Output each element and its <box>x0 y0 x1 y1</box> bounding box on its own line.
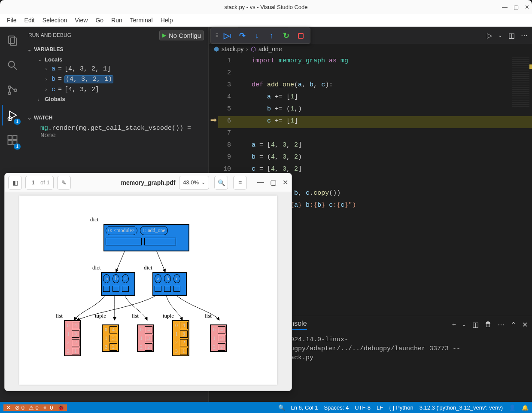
chevron-right-icon: › <box>38 97 42 102</box>
notifications-icon[interactable]: 🔔 <box>522 404 529 411</box>
svg-rect-12 <box>13 136 17 140</box>
pdf-menu-button[interactable]: ≡ <box>233 176 247 190</box>
step-over-button[interactable]: ↷ <box>237 31 247 41</box>
menu-view[interactable]: View <box>71 15 91 25</box>
graph-dict-node: a b c <box>101 272 135 296</box>
continue-button[interactable]: ▷| <box>222 31 233 41</box>
variables-locals[interactable]: ⌄ Locals <box>24 55 208 64</box>
extensions-icon[interactable]: 1 <box>2 130 22 150</box>
status-bar: ✕ ⊘ 0 ⚠ 0 ᯤ 0 🐞 🔍 Ln 6, Col 1 Spaces: 4 … <box>0 402 532 413</box>
drag-handle-icon[interactable]: ⠿ <box>215 33 218 39</box>
variable-a[interactable]: › a = [4, 3, 2, 1] <box>24 64 208 74</box>
graph-dict-node: a b c <box>152 272 187 296</box>
new-terminal-button[interactable]: + <box>452 321 456 328</box>
stop-button[interactable] <box>295 31 306 41</box>
pdf-page-area[interactable]: dict 0: <module> 1: add_one dict a b c <box>5 192 292 391</box>
window-title: stack.py - vs - Visual Studio Code <box>224 4 307 10</box>
minimize-button[interactable]: — <box>502 4 508 10</box>
split-editor-icon[interactable]: ◫ <box>508 31 515 40</box>
ports-count[interactable]: ᯤ 0 <box>43 404 53 411</box>
breadcrumb[interactable]: ⬢ stack.py › ⬡ add_one <box>209 44 532 54</box>
pdf-search-button[interactable]: 🔍 <box>214 176 228 190</box>
menu-go[interactable]: Go <box>92 15 107 25</box>
watch-heading[interactable]: ⌄ WATCH <box>24 112 208 123</box>
menu-selection[interactable]: Selection <box>39 15 71 25</box>
debug-config-dropdown[interactable]: No Configu <box>169 32 201 39</box>
close-window-button[interactable]: ✕ <box>525 4 529 10</box>
source-control-icon[interactable] <box>2 80 22 101</box>
run-debug-icon[interactable]: 1 <box>2 105 22 125</box>
maximize-button[interactable]: ▢ <box>270 178 277 187</box>
status-interpreter[interactable]: 3.12.3 ('python_3.12_venv': venv) <box>420 404 503 411</box>
watch-expression[interactable]: mg.render(mg.get_call_stack_vscode()) = … <box>24 123 208 141</box>
sidebar-title: RUN AND DEBUG <box>28 32 71 38</box>
extensions-badge: 1 <box>14 144 21 150</box>
chevron-up-icon[interactable]: ⌃ <box>511 321 516 329</box>
chevron-right-icon: › <box>45 67 49 72</box>
graph-tuple-node: 04132231 <box>172 320 189 356</box>
debug-status[interactable]: ✕ ⊘ 0 ⚠ 0 ᯤ 0 🐞 <box>3 404 67 411</box>
debug-icon[interactable]: 🐞 <box>58 404 64 411</box>
pdf-title: memory_graph.pdf <box>121 179 176 186</box>
graph-label: tuple <box>95 312 106 319</box>
step-out-button[interactable]: ↑ <box>266 31 277 41</box>
variables-globals[interactable]: › Globals <box>24 95 208 104</box>
live-share-icon[interactable]: 👤 <box>509 404 516 411</box>
pdf-sidebar-toggle[interactable]: ◧ <box>8 176 22 190</box>
pdf-annotate-button[interactable]: ✎ <box>57 176 71 190</box>
menu-help[interactable]: Help <box>157 15 176 25</box>
warnings-count[interactable]: ⚠ 0 <box>29 404 39 411</box>
svg-line-3 <box>14 67 17 70</box>
minimize-button[interactable]: — <box>257 178 264 187</box>
svg-rect-1 <box>10 38 16 46</box>
restart-button[interactable]: ↻ <box>281 31 291 41</box>
search-icon[interactable] <box>2 55 22 76</box>
graph-label: list <box>56 312 63 319</box>
close-panel-icon[interactable]: ✕ <box>522 321 528 329</box>
errors-count[interactable]: ⊘ 0 <box>15 404 24 411</box>
chevron-right-icon: › <box>45 87 49 92</box>
start-debug-button[interactable]: ▶ <box>162 32 166 38</box>
terminal-dropdown-icon[interactable]: ⌄ <box>462 321 466 327</box>
status-encoding[interactable]: UTF-8 <box>355 404 371 411</box>
variable-c[interactable]: › c = [4, 3, 2] <box>24 85 208 95</box>
status-line-col[interactable]: Ln 6, Col 1 <box>291 404 318 411</box>
menu-terminal[interactable]: Terminal <box>127 15 156 25</box>
zoom-icon[interactable]: 🔍 <box>278 404 285 411</box>
chevron-down-icon: ⌄ <box>27 47 31 52</box>
pdf-viewer-window: ◧ of 1 ✎ memory_graph.pdf 43.0%⌄ 🔍 ≡ — ▢… <box>4 173 292 391</box>
more-icon[interactable]: ⋯ <box>521 31 528 40</box>
pdf-page-input[interactable]: of 1 <box>25 176 54 190</box>
chevron-down-icon: ⌄ <box>38 57 42 62</box>
graph-label: dict <box>144 264 152 271</box>
explorer-icon[interactable] <box>2 30 22 51</box>
split-terminal-icon[interactable]: ◫ <box>472 321 479 329</box>
menu-run[interactable]: Run <box>108 15 126 25</box>
status-spaces[interactable]: Spaces: 4 <box>324 404 349 411</box>
graph-tuple-node: 041322 <box>102 324 119 352</box>
maximize-button[interactable]: ▢ <box>514 4 519 10</box>
step-into-button[interactable]: ↓ <box>252 31 262 41</box>
chevron-down-icon: ⌄ <box>27 115 31 121</box>
variables-heading[interactable]: ⌄ VARIABLES <box>24 44 208 55</box>
menu-edit[interactable]: Edit <box>21 15 38 25</box>
variable-b[interactable]: › b = (4, 3, 2, 1) <box>24 74 208 85</box>
svg-rect-9 <box>8 136 12 140</box>
debug-badge: 1 <box>14 119 21 125</box>
run-file-button[interactable]: ▷ <box>487 31 492 40</box>
more-icon[interactable]: ⋯ <box>498 321 505 329</box>
debug-toolbar[interactable]: ⠿ ▷| ↷ ↓ ↑ ↻ <box>210 28 310 44</box>
run-dropdown-icon[interactable]: ⌄ <box>498 32 502 38</box>
trash-icon[interactable]: 🗑 <box>485 321 492 328</box>
pdf-zoom-dropdown[interactable]: 43.0%⌄ <box>179 176 209 190</box>
symbol-icon: ⬡ <box>251 46 256 52</box>
graph-label: list <box>132 312 139 319</box>
close-icon[interactable]: ✕ <box>6 404 11 411</box>
graph-frame-node: 0: <module> 1: add_one <box>103 224 189 251</box>
svg-point-4 <box>8 86 11 89</box>
python-file-icon: ⬢ <box>214 46 219 52</box>
menu-file[interactable]: File <box>3 15 20 25</box>
status-eol[interactable]: LF <box>377 404 383 411</box>
status-lang[interactable]: { } Python <box>389 404 413 411</box>
close-button[interactable]: ✕ <box>283 178 288 187</box>
